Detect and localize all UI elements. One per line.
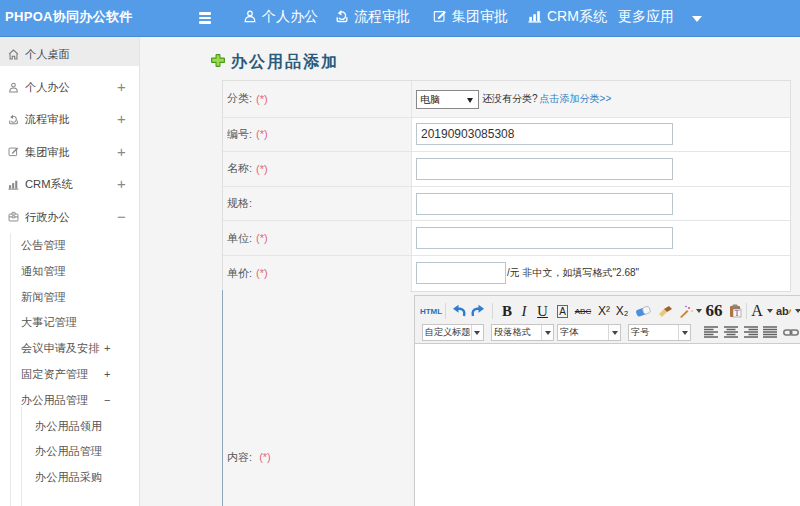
svg-text:T: T: [735, 309, 740, 318]
